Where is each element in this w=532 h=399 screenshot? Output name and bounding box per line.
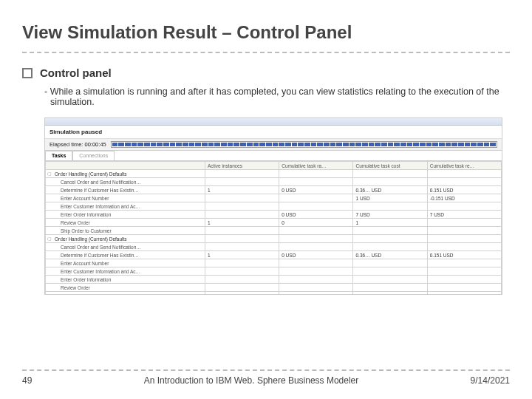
table-row[interactable]: Ship Order to Customer <box>46 292 502 296</box>
table-row[interactable]: Ship Order to Customer <box>46 227 502 235</box>
slide: View Simulation Result – Control Panel C… <box>0 0 532 399</box>
table-row[interactable]: Enter Account Number <box>46 259 502 267</box>
table-row[interactable]: Enter Order Information <box>46 276 502 284</box>
table-row[interactable]: Enter Order Information0 USD7 USD7 USD <box>46 211 502 219</box>
footer-title: An Introduction to IBM Web. Sphere Busin… <box>59 375 443 386</box>
table-row[interactable]: Order Handling (Current) Defaults <box>46 170 502 178</box>
panel-tabs: Tasks Connections <box>45 151 502 161</box>
page-number: 49 <box>22 375 59 386</box>
table-row[interactable]: Cancel Order and Send Notification… <box>46 178 502 186</box>
panel-titlebar <box>45 118 502 126</box>
col-cumulative-re: Cumulative task re… <box>427 162 501 170</box>
footer-date: 9/14/2021 <box>443 375 510 386</box>
sub-bullet: While a simulation is running and after … <box>44 86 510 107</box>
col-active: Active instances <box>205 162 279 170</box>
table-row[interactable]: Determine if Customer Has Existin…10 USD… <box>46 186 502 194</box>
table-row[interactable]: Enter Customer Information and Ac… <box>46 267 502 276</box>
panel-elapsed-row: Elapsed time: 00:00:45 <box>45 139 502 151</box>
table-row[interactable]: Order Handling (Current) Defaults <box>46 235 502 243</box>
table-row[interactable]: Review Order101 <box>46 219 502 227</box>
simulation-panel-screenshot: Simulation paused Elapsed time: 00:00:45… <box>44 117 502 295</box>
tab-tasks[interactable]: Tasks <box>45 151 72 160</box>
footer: 49 An Introduction to IBM Web. Sphere Bu… <box>22 369 510 386</box>
table-row[interactable]: Cancel Order and Send Notification… <box>46 243 502 251</box>
table-header-row: Active instances Cumulative task ra… Cum… <box>46 162 502 170</box>
col-cumulative-cost: Cumulative task cost <box>353 162 427 170</box>
tasks-table: Active instances Cumulative task ra… Cum… <box>45 161 502 295</box>
panel-status: Simulation paused <box>45 126 502 139</box>
bullet-label: Control panel <box>40 66 112 79</box>
tab-connections[interactable]: Connections <box>72 151 115 160</box>
table-row[interactable]: Determine if Customer Has Existin…10 USD… <box>46 251 502 259</box>
col-cumulative-ra: Cumulative task ra… <box>279 162 353 170</box>
elapsed-label: Elapsed time: 00:00:45 <box>50 141 106 148</box>
table-row[interactable]: Review Order <box>46 284 502 292</box>
table-row[interactable]: Enter Account Number1 USD-0.151 USD <box>46 194 502 202</box>
table-row[interactable]: Enter Customer Information and Ac… <box>46 202 502 211</box>
slide-title: View Simulation Result – Control Panel <box>22 22 510 53</box>
bullet-row: Control panel <box>22 66 510 79</box>
progress-bar <box>111 141 497 148</box>
col-name <box>46 162 205 170</box>
bullet-icon <box>22 68 33 78</box>
